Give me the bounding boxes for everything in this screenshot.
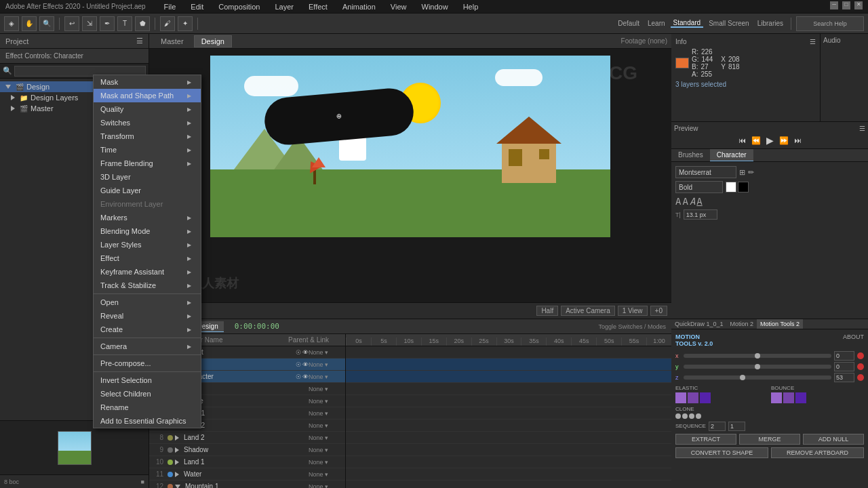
x-slider[interactable] <box>684 354 831 358</box>
ctx-switches[interactable]: Switches ▶ <box>94 116 201 129</box>
ctx-create[interactable]: Create ▶ <box>94 323 201 336</box>
ctx-3d-layer[interactable]: 3D Layer <box>94 170 201 184</box>
tab-design[interactable]: Design <box>194 35 232 47</box>
layer-parent[interactable]: None ▾ <box>309 361 342 368</box>
layer-parent[interactable]: None ▾ <box>309 349 342 356</box>
layer-row[interactable]: 11 Water None ▾ <box>149 468 345 481</box>
remove-artboard-button[interactable]: REMOVE ARTBOARD <box>771 447 864 458</box>
ctx-pre-compose[interactable]: Pre-compose... <box>94 357 201 370</box>
x-value-input[interactable] <box>834 351 854 361</box>
y-record-btn[interactable] <box>857 363 864 370</box>
menu-view[interactable]: View <box>389 3 409 11</box>
z-slider[interactable] <box>684 375 831 380</box>
ctx-add-essential-graphics[interactable]: Add to Essential Graphics <box>94 414 201 428</box>
tab-quickdraw[interactable]: QuickDraw 1_0_1 <box>671 319 727 329</box>
ctx-keyframe-assistant[interactable]: Keyframe Assistant ▶ <box>94 265 201 279</box>
tool-pen[interactable]: ✒ <box>100 16 115 31</box>
ctx-mask[interactable]: Mask ▶ <box>94 75 201 89</box>
convert-button[interactable]: CONVERT TO SHAPE <box>675 447 768 458</box>
menu-animation[interactable]: Animation <box>340 3 378 11</box>
ctx-time[interactable]: Time ▶ <box>94 143 201 157</box>
menu-window[interactable]: Window <box>420 3 450 11</box>
elastic-swatch-3[interactable] <box>700 392 711 403</box>
maximize-button[interactable]: □ <box>842 1 850 9</box>
layer-row[interactable]: 8 Land 2 None ▾ <box>149 432 345 444</box>
layer-row[interactable]: 10 Land 1 None ▾ <box>149 456 345 468</box>
preview-step-forward[interactable]: ⏩ <box>779 136 789 145</box>
search-help-input[interactable]: Search Help <box>796 16 864 31</box>
font-style-input[interactable] <box>675 181 723 193</box>
elastic-swatch-2[interactable] <box>688 392 698 403</box>
font-browse-icon[interactable]: ⊞ <box>739 168 745 177</box>
solo-icon[interactable]: ☉ <box>296 361 301 368</box>
layer-row[interactable]: 9 Shadow None ▾ <box>149 444 345 456</box>
bounce-swatch-3[interactable] <box>795 392 806 403</box>
tab-motion2[interactable]: Motion 2 <box>727 319 757 329</box>
layer-parent[interactable]: None ▾ <box>309 398 342 405</box>
extract-button[interactable]: EXTRACT <box>675 434 736 445</box>
preview-play[interactable]: ▶ <box>766 135 774 146</box>
preview-skip-start[interactable]: ⏮ <box>738 136 746 144</box>
layer-parent[interactable]: None ▾ <box>309 434 342 441</box>
z-record-btn[interactable] <box>857 374 864 381</box>
y-slider[interactable] <box>684 365 831 369</box>
minimize-button[interactable]: ─ <box>830 1 838 9</box>
tab-character[interactable]: Character <box>710 149 753 161</box>
tool-text[interactable]: T <box>117 16 132 31</box>
tool-zoom[interactable]: 🔍 <box>39 16 54 31</box>
layer-expand[interactable] <box>175 485 180 489</box>
tool-shape[interactable]: ⬟ <box>135 16 150 31</box>
solo-icon[interactable]: ☉ <box>296 349 301 356</box>
menu-composition[interactable]: Composition <box>216 3 262 11</box>
ctx-blending-mode[interactable]: Blending Mode ▶ <box>94 224 201 238</box>
viewer-zoom[interactable]: +0 <box>650 306 667 316</box>
x-record-btn[interactable] <box>857 352 864 359</box>
sequence-val2[interactable] <box>728 422 745 431</box>
layer-parent[interactable]: None ▾ <box>309 471 342 478</box>
add-null-button[interactable]: ADD NULL <box>803 434 864 445</box>
workspace-small-screen[interactable]: Small Screen <box>706 20 751 27</box>
layer-parent[interactable]: None ▾ <box>309 410 342 417</box>
layer-parent[interactable]: None ▾ <box>309 373 342 380</box>
toggle-switches[interactable]: Toggle Switches / Modes <box>598 323 666 330</box>
ctx-select-children[interactable]: Select Children <box>94 387 201 401</box>
layer-parent[interactable]: None ▾ <box>309 459 342 466</box>
ctx-frame-blending[interactable]: Frame Blending ▶ <box>94 157 201 170</box>
elastic-swatch-1[interactable] <box>675 392 686 403</box>
bounce-swatch-2[interactable] <box>783 392 794 403</box>
preview-skip-end[interactable]: ⏭ <box>794 136 802 144</box>
viewer-camera[interactable]: Active Camera <box>561 306 615 316</box>
preview-step-back[interactable]: ⏪ <box>751 136 761 145</box>
menu-file[interactable]: File <box>162 3 178 11</box>
z-value-input[interactable] <box>834 373 854 382</box>
preview-menu[interactable]: ☰ <box>859 125 865 132</box>
solo-icon[interactable]: ☉ <box>296 373 301 380</box>
font-edit-icon[interactable]: ✏ <box>748 168 754 177</box>
ctx-rename[interactable]: Rename <box>94 401 201 414</box>
menu-effect[interactable]: Effect <box>307 3 330 11</box>
font-name-input[interactable] <box>675 166 736 178</box>
ctx-invert-selection[interactable]: Invert Selection <box>94 373 201 387</box>
about-button[interactable]: ABOUT <box>843 333 864 347</box>
tab-brushes[interactable]: Brushes <box>671 149 710 161</box>
tool-clone[interactable]: ✦ <box>178 16 193 31</box>
merge-button[interactable]: MERGE <box>739 434 800 445</box>
font-size-input[interactable] <box>684 209 717 220</box>
workspace-libraries[interactable]: Libraries <box>755 20 786 27</box>
layer-expand[interactable] <box>175 460 179 465</box>
layer-parent[interactable]: None ▾ <box>309 386 342 392</box>
font-stroke-color[interactable] <box>738 182 749 192</box>
workspace-standard[interactable]: Standard <box>671 19 704 28</box>
sequence-val1[interactable] <box>709 422 726 431</box>
viewer-magnification[interactable]: Half <box>536 306 558 316</box>
ctx-transform[interactable]: Transform ▶ <box>94 129 201 143</box>
visible-icon[interactable]: 👁 <box>302 373 309 380</box>
ctx-markers[interactable]: Markers ▶ <box>94 211 201 224</box>
layer-expand[interactable] <box>175 435 179 441</box>
layer-parent[interactable]: None ▾ <box>309 483 342 489</box>
visible-icon[interactable]: 👁 <box>302 361 309 368</box>
layer-parent[interactable]: None ▾ <box>309 422 342 429</box>
project-panel-menu[interactable]: ☰ <box>136 37 143 45</box>
close-button[interactable]: ✕ <box>854 1 863 9</box>
info-panel-menu[interactable]: ☰ <box>810 38 816 45</box>
